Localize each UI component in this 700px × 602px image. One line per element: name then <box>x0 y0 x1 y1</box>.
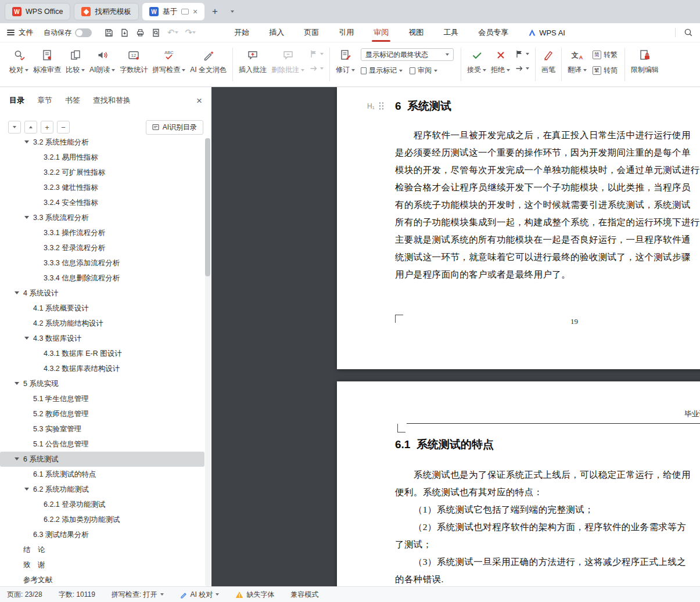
hamburger-menu-icon[interactable] <box>7 30 15 35</box>
search-icon[interactable] <box>684 28 693 37</box>
toc-item[interactable]: 5.1 学生信息管理 <box>0 391 204 406</box>
word-count-indicator[interactable]: 字数: 10119 <box>59 590 95 600</box>
menu-tab-开始[interactable]: 开始 <box>234 23 249 42</box>
toc-item[interactable]: 6.1 系统测试的特点 <box>0 467 204 482</box>
previous-comment-button[interactable] <box>309 49 324 59</box>
expand-triangle-icon[interactable] <box>24 140 29 143</box>
close-tab-icon[interactable]: × <box>193 8 198 16</box>
ink-brush-button[interactable]: 画笔 <box>539 46 558 76</box>
spell-check-button[interactable]: ABC 拼写检查 <box>150 46 188 76</box>
toc-item[interactable]: 6.2.2 添加类别功能测试 <box>0 512 204 527</box>
toc-item[interactable]: 3.2 系统性能分析 <box>0 138 204 150</box>
expand-triangle-icon[interactable] <box>24 488 29 491</box>
accept-button[interactable]: 接受 <box>465 46 489 76</box>
standard-review-button[interactable]: 标准审查 <box>31 46 63 76</box>
reject-button[interactable]: 拒绝 <box>489 46 512 76</box>
toc-item[interactable]: 4.1 系统概要设计 <box>0 301 204 316</box>
toc-item[interactable]: 参考文献 <box>0 572 204 586</box>
undo-button[interactable]: ↶ <box>167 27 178 38</box>
spell-check-status[interactable]: 拼写检查: 打开 <box>112 590 164 600</box>
markup-state-dropdown[interactable]: 显示标记的最终状态 <box>361 48 454 61</box>
print-button[interactable] <box>136 28 145 37</box>
missing-font-warning[interactable]: 缺失字体 <box>235 590 274 600</box>
toc-item[interactable]: 6.2 系统功能测试 <box>0 482 204 497</box>
wps-ai-button[interactable]: WPS AI <box>528 28 565 37</box>
toc-item[interactable]: 4.3.2 数据库表结构设计 <box>0 361 204 376</box>
compare-button[interactable]: 比较 <box>63 46 87 76</box>
toc-item[interactable]: 5.1 公告信息管理 <box>0 437 204 452</box>
tab-wps-office[interactable]: W WPS Office <box>5 3 70 20</box>
autosave-toggle[interactable] <box>75 28 92 37</box>
menu-tab-引用[interactable]: 引用 <box>339 23 354 42</box>
menu-tab-页面[interactable]: 页面 <box>304 23 319 42</box>
tab-current-document[interactable]: W 基于 × <box>142 3 204 20</box>
page-indicator[interactable]: 页面: 23/28 <box>7 590 42 600</box>
tab-list-chevron-icon[interactable] <box>225 5 239 19</box>
toc-item[interactable]: 3.2.1 易用性指标 <box>0 150 204 165</box>
next-change-button[interactable] <box>515 64 529 73</box>
translate-button[interactable]: 文A 翻译 <box>565 46 589 76</box>
zoom-in-outline-button[interactable]: + <box>41 121 53 134</box>
expand-triangle-icon[interactable] <box>15 382 19 385</box>
redo-button[interactable]: ↷ <box>185 27 196 38</box>
expand-triangle-icon[interactable] <box>24 337 29 340</box>
menu-tab-审阅[interactable]: 审阅 <box>374 23 389 42</box>
toc-item[interactable]: 3.2.4 安全性指标 <box>0 195 204 210</box>
menu-tab-插入[interactable]: 插入 <box>269 23 284 42</box>
toc-item[interactable]: 6.3 测试结果分析 <box>0 527 204 542</box>
sidebar-scrollbar-thumb[interactable] <box>205 138 210 276</box>
restrict-editing-button[interactable]: 限制编辑 <box>629 46 661 76</box>
export-pdf-button[interactable] <box>120 28 129 37</box>
toc-item[interactable]: 6 系统测试 <box>0 452 204 467</box>
zoom-out-outline-button[interactable]: − <box>57 121 70 134</box>
toc-item[interactable]: 5.2 教师信息管理 <box>0 406 204 421</box>
tab-docer-templates[interactable]: 找稻壳模板 <box>74 3 139 20</box>
toc-item[interactable]: 3.2.2 可扩展性指标 <box>0 165 204 180</box>
toc-item[interactable]: 3.2.3 健壮性指标 <box>0 180 204 195</box>
collapse-all-button[interactable] <box>24 121 37 134</box>
menu-tab-会员专享[interactable]: 会员专享 <box>478 23 508 42</box>
traditional-to-simplified-button[interactable]: 繁 转简 <box>593 66 618 75</box>
toc-item[interactable]: 3.3.3 信息添加流程分析 <box>0 255 204 271</box>
ai-read-aloud-button[interactable]: AI朗读 <box>87 46 117 76</box>
print-preview-button[interactable] <box>152 28 160 37</box>
menu-tab-工具[interactable]: 工具 <box>443 23 458 42</box>
toc-item[interactable]: 3.3.4 信息删除流程分析 <box>0 271 204 286</box>
toc-item[interactable]: 3.3.1 操作流程分析 <box>0 225 204 240</box>
toc-item[interactable]: 6.2.1 登录功能测试 <box>0 497 204 512</box>
toc-item[interactable]: 4.2 系统功能结构设计 <box>0 316 204 331</box>
toc-item[interactable]: 5.3 实验室管理 <box>0 421 204 437</box>
delete-comment-button[interactable]: 删除批注 <box>269 46 307 76</box>
ai-polish-button[interactable]: AI 全文润色 <box>188 46 229 76</box>
sidebar-tab-目录[interactable]: 目录 <box>9 95 24 106</box>
word-count-button[interactable]: 12 字数统计 <box>117 46 150 76</box>
ai-recognize-toc-button[interactable]: AI识别目录 <box>146 120 203 135</box>
document-page-19[interactable]: H₁ 6 系统测试 程序软件一旦被开发完成之后，在真正投入日常生活中进行运行使用… <box>337 87 700 369</box>
file-menu[interactable]: 文件 <box>19 28 33 38</box>
ai-proofread-status[interactable]: AI 校对 <box>180 590 220 600</box>
sidebar-tab-查找和替换[interactable]: 查找和替换 <box>93 95 131 106</box>
proofread-button[interactable]: 校对 <box>7 46 31 76</box>
menu-tab-视图[interactable]: 视图 <box>408 23 423 42</box>
toc-item[interactable]: 3.3.2 登录流程分析 <box>0 240 204 255</box>
expand-triangle-icon[interactable] <box>15 457 19 460</box>
drag-handle-icon[interactable] <box>379 102 385 110</box>
previous-change-button[interactable] <box>515 49 529 59</box>
toc-item[interactable]: 4 系统设计 <box>0 286 204 301</box>
toc-item[interactable]: 5 系统实现 <box>0 376 204 391</box>
show-markup-button[interactable]: 显示标记 <box>361 66 403 75</box>
track-changes-button[interactable]: 修订 <box>333 46 357 76</box>
new-tab-button[interactable]: + <box>208 5 222 19</box>
save-button[interactable] <box>105 28 113 37</box>
review-pane-button[interactable]: 审阅 <box>410 66 437 75</box>
expand-all-button[interactable] <box>8 121 21 134</box>
simplified-to-traditional-button[interactable]: 简 转繁 <box>593 50 618 60</box>
toc-item[interactable]: 3.3 系统流程分析 <box>0 210 204 225</box>
insert-comment-button[interactable]: 插入批注 <box>236 46 269 76</box>
toc-item[interactable]: 4.3.1 数据库 E-R 图设计 <box>0 346 204 361</box>
close-sidebar-icon[interactable]: × <box>196 96 202 106</box>
sidebar-tab-书签[interactable]: 书签 <box>65 95 80 106</box>
expand-triangle-icon[interactable] <box>15 291 19 294</box>
sidebar-tab-章节[interactable]: 章节 <box>37 95 52 106</box>
toc-item[interactable]: 结 论 <box>0 542 204 557</box>
